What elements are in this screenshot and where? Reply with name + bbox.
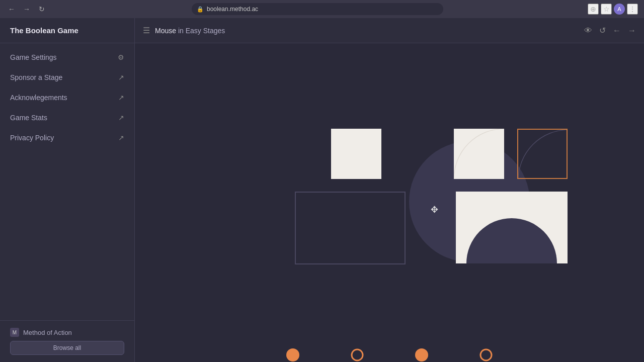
back-button-toolbar[interactable]: ← [613, 26, 621, 35]
sidebar-menu: Game Settings ⚙ Sponsor a Stage ↗ Acknow… [0, 43, 134, 320]
external-link-icon-2: ↗ [118, 94, 124, 102]
browser-chrome: ← → ↻ 🔒 boolean.method.ac ⊕ ☆ A ⋮ [0, 0, 644, 18]
gear-icon: ⚙ [118, 53, 124, 61]
bottom-right-semicircle [456, 192, 568, 263]
reload-button-toolbar[interactable]: ↺ [599, 26, 606, 35]
svg-point-3 [286, 348, 299, 361]
toolbar-actions: 👁 ↺ ← → [584, 26, 636, 35]
lock-icon: 🔒 [197, 6, 204, 13]
sidebar-item-sponsor-stage-label: Sponsor a Stage [10, 73, 62, 81]
external-link-icon-4: ↗ [118, 134, 124, 142]
brand-info: M Method of Action [10, 328, 124, 337]
browse-all-button[interactable]: Browse all [10, 341, 124, 355]
external-link-icon-3: ↗ [118, 114, 124, 122]
profile-avatar[interactable]: A [614, 4, 625, 15]
sidebar-item-game-settings-label: Game Settings [10, 53, 57, 61]
reload-button[interactable]: ↻ [36, 4, 47, 15]
forward-button-toolbar[interactable]: → [628, 26, 636, 35]
back-button[interactable]: ← [6, 4, 17, 15]
sidebar-item-sponsor-stage[interactable]: Sponsor a Stage ↗ [0, 67, 134, 87]
dot-3 [415, 348, 429, 362]
dot-4 [479, 348, 493, 362]
extensions-button[interactable]: ⊕ [588, 4, 599, 15]
app: The Boolean Game Game Settings ⚙ Sponsor… [0, 18, 644, 362]
svg-point-6 [480, 349, 492, 360]
dot-1 [286, 348, 300, 362]
toolbar: ☰ Mouse in Easy Stages 👁 ↺ ← → [135, 18, 644, 43]
sidebar-item-game-stats-label: Game Stats [10, 114, 47, 122]
sidebar-item-game-settings[interactable]: Game Settings ⚙ [0, 47, 134, 67]
brand-icon: M [10, 328, 19, 337]
sidebar: The Boolean Game Game Settings ⚙ Sponsor… [0, 18, 135, 362]
browser-actions: ⊕ ☆ A ⋮ [588, 4, 638, 15]
bottom-dots [286, 348, 493, 362]
svg-point-4 [352, 349, 363, 360]
toolbar-title-mouse: Mouse [155, 27, 176, 35]
url-text: boolean.method.ac [207, 6, 258, 13]
sidebar-item-acknowledgements[interactable]: Acknowlegements ↗ [0, 87, 134, 108]
sidebar-item-privacy-policy[interactable]: Privacy Policy ↗ [0, 128, 134, 148]
eye-button[interactable]: 👁 [584, 26, 592, 35]
svg-rect-0 [454, 129, 504, 179]
svg-point-5 [415, 348, 428, 361]
forward-button[interactable]: → [21, 4, 32, 15]
light-square-arc [454, 129, 504, 179]
brand-name: Method of Action [23, 329, 72, 336]
game-canvas[interactable]: ✥ [135, 43, 644, 362]
sidebar-item-acknowledgements-label: Acknowlegements [10, 94, 67, 102]
orange-bordered-arc [517, 129, 568, 179]
menu-button[interactable]: ⋮ [627, 4, 638, 15]
bookmark-button[interactable]: ☆ [601, 4, 612, 15]
main-content: ☰ Mouse in Easy Stages 👁 ↺ ← → [135, 18, 644, 362]
white-square-shape [331, 129, 381, 179]
hamburger-icon[interactable]: ☰ [143, 26, 150, 35]
dark-outlined-square [295, 192, 406, 264]
sidebar-item-game-stats[interactable]: Game Stats ↗ [0, 108, 134, 128]
toolbar-title: Mouse in Easy Stages [155, 27, 579, 35]
address-bar[interactable]: 🔒 boolean.method.ac [192, 3, 443, 15]
sidebar-footer: M Method of Action Browse all [0, 320, 134, 362]
dot-2 [350, 348, 364, 362]
external-link-icon: ↗ [118, 73, 124, 81]
sidebar-title: The Boolean Game [0, 18, 134, 43]
toolbar-title-suffix: in Easy Stages [176, 27, 225, 35]
sidebar-item-privacy-policy-label: Privacy Policy [10, 134, 54, 142]
